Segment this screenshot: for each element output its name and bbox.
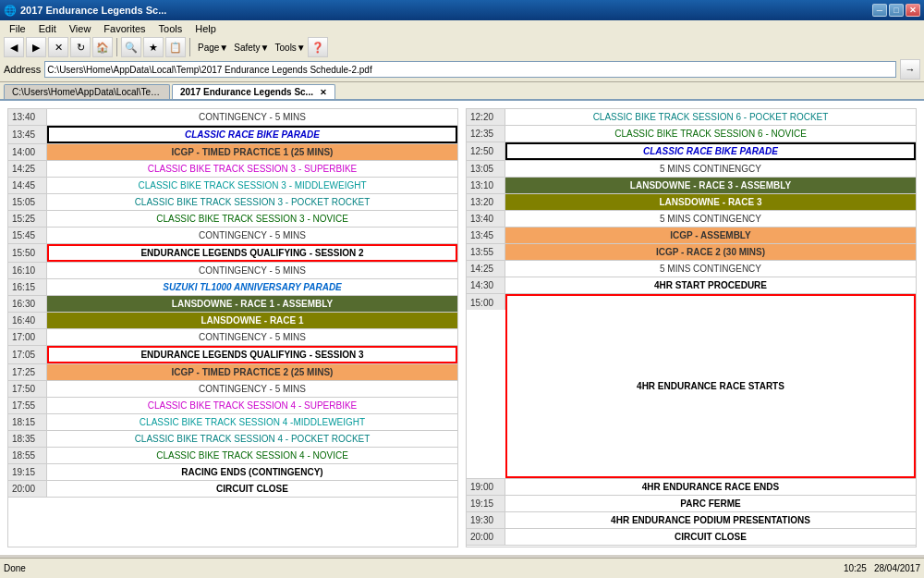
menu-favorites[interactable]: Favorites xyxy=(98,22,151,35)
event-cell: LANSDOWNE - RACE 1 xyxy=(47,313,457,328)
time-cell: 14:30 xyxy=(467,277,505,293)
time-cell: 17:55 xyxy=(8,398,47,413)
menu-file[interactable]: File xyxy=(4,22,31,35)
table-row: 15:45 CONTINGENCY - 5 MINS xyxy=(8,228,457,244)
event-cell: CONTINGENCY - 5 MINS xyxy=(47,228,457,243)
event-cell: ICGP - ASSEMBLY xyxy=(505,228,916,243)
table-row: 14:25 CLASSIC BIKE TRACK SESSION 3 - SUP… xyxy=(8,161,457,178)
table-row: 17:00 CONTINGENCY - 5 MINS xyxy=(8,329,457,346)
home-button[interactable]: 🏠 xyxy=(92,37,113,57)
safety-label: Safety▼ xyxy=(234,43,269,53)
event-cell: CONTINGENCY - 5 MINS xyxy=(47,381,457,397)
tab-1[interactable]: C:\Users\Home\AppData\Local\Temp\2017 En… xyxy=(4,84,170,99)
back-button[interactable]: ◀ xyxy=(4,37,24,57)
event-cell: ICGP - TIMED PRACTICE 1 (25 MINS) xyxy=(47,144,457,160)
table-row: 18:35 CLASSIC BIKE TRACK SESSION 4 - POC… xyxy=(8,431,457,448)
table-row: 13:20 LANSDOWNE - RACE 3 xyxy=(467,194,916,211)
tab-2[interactable]: 2017 Endurance Legends Sc... ✕ xyxy=(172,84,335,99)
event-cell: LANSDOWNE - RACE 3 - ASSEMBLY xyxy=(505,178,916,193)
address-input[interactable] xyxy=(44,61,896,78)
event-cell: CLASSIC RACE BIKE PARADE xyxy=(505,142,916,160)
table-row: 16:30 LANSDOWNE - RACE 1 - ASSEMBLY xyxy=(8,296,457,313)
table-row: 15:00 4HR ENDURANCE RACE STARTS xyxy=(467,294,916,479)
table-row: 12:35 CLASSIC BIKE TRACK SESSION 6 - NOV… xyxy=(467,126,916,142)
table-row: 12:50 CLASSIC RACE BIKE PARADE xyxy=(467,142,916,161)
event-cell: 5 MINS CONTINENGCY xyxy=(505,161,916,177)
search-button[interactable]: 🔍 xyxy=(121,37,141,57)
time-cell: 15:00 xyxy=(467,294,505,310)
table-row: 13:40 CONTINGENCY - 5 MINS xyxy=(8,109,457,126)
time-cell: 13:45 xyxy=(467,228,505,243)
favorites-button[interactable]: ★ xyxy=(143,37,164,57)
time-cell: 13:55 xyxy=(467,244,505,260)
event-cell: ICGP - TIMED PRACTICE 2 (25 MINS) xyxy=(47,364,457,380)
table-row: 18:55 CLASSIC BIKE TRACK SESSION 4 - NOV… xyxy=(8,448,457,464)
refresh-button[interactable]: ↻ xyxy=(70,37,91,57)
time-cell: 16:10 xyxy=(8,263,47,278)
time-cell: 12:20 xyxy=(467,109,505,125)
status-text: Done xyxy=(4,563,26,573)
event-cell: CLASSIC BIKE TRACK SESSION 3 - MIDDLEWEI… xyxy=(47,178,457,193)
tab-1-label: C:\Users\Home\AppData\Local\Temp\2017 En… xyxy=(12,87,170,97)
time-cell: 19:15 xyxy=(8,464,47,480)
time-cell: 12:35 xyxy=(467,126,505,141)
minimize-button[interactable]: ─ xyxy=(872,4,887,17)
close-button[interactable]: ✕ xyxy=(906,4,920,17)
date-display: 28/04/2017 xyxy=(874,563,920,573)
time-cell: 20:00 xyxy=(467,529,505,545)
clock-area: 10:25 28/04/2017 xyxy=(844,558,920,578)
time-cell: 14:45 xyxy=(8,178,47,193)
time-cell: 14:00 xyxy=(8,144,47,160)
separator2 xyxy=(189,38,190,56)
history-button[interactable]: 📋 xyxy=(165,37,186,57)
time-cell: 13:05 xyxy=(467,161,505,177)
event-cell: LANSDOWNE - RACE 1 - ASSEMBLY xyxy=(47,296,457,312)
tab-2-close[interactable]: ✕ xyxy=(320,88,327,97)
menu-bar: File Edit View Favorites Tools Help xyxy=(4,22,920,35)
time-cell: 19:00 xyxy=(467,479,505,495)
go-button[interactable]: → xyxy=(900,59,920,80)
table-row: 15:05 CLASSIC BIKE TRACK SESSION 3 - POC… xyxy=(8,194,457,211)
event-cell: CLASSIC RACE BIKE PARADE xyxy=(47,126,457,143)
time-cell: 19:30 xyxy=(467,512,505,528)
table-row: 14:45 CLASSIC BIKE TRACK SESSION 3 - MID… xyxy=(8,178,457,194)
time-cell: 15:05 xyxy=(8,194,47,210)
time-cell: 17:00 xyxy=(8,329,47,345)
toolbar-row: ◀ ▶ ✕ ↻ 🏠 🔍 ★ 📋 Page▼ Safety▼ Tools▼ ❓ xyxy=(4,37,920,57)
table-row: 13:55 ICGP - RACE 2 (30 MINS) xyxy=(467,244,916,261)
table-row: 13:45 ICGP - ASSEMBLY xyxy=(467,228,916,244)
table-row: 20:00 CIRCUIT CLOSE xyxy=(8,481,457,498)
table-row: 14:25 5 MINS CONTINGENCY xyxy=(467,261,916,277)
app-icon: 🌐 xyxy=(4,5,17,17)
event-cell: CLASSIC BIKE TRACK SESSION 3 - NOVICE xyxy=(47,211,457,227)
event-cell: CLASSIC BIKE TRACK SESSION 4 - POCKET RO… xyxy=(47,431,457,447)
time-cell: 13:40 xyxy=(467,211,505,227)
menu-tools[interactable]: Tools xyxy=(153,22,188,35)
table-row: 19:00 4HR ENDURANCE RACE ENDS xyxy=(467,479,916,496)
time-cell: 13:10 xyxy=(467,178,505,193)
time-cell: 16:15 xyxy=(8,279,47,295)
help-button[interactable]: ❓ xyxy=(308,37,328,57)
menu-view[interactable]: View xyxy=(64,22,97,35)
time-cell: 13:45 xyxy=(8,126,47,143)
event-cell: PARC FERME xyxy=(505,496,916,511)
table-row: 19:15 RACING ENDS (CONTINGENCY) xyxy=(8,464,457,481)
event-cell: SUZUKI TL1000 ANNIVERSARY PARADE xyxy=(47,279,457,295)
time-display: 10:25 xyxy=(844,563,867,573)
event-cell: CONTINGENCY - 5 MINS xyxy=(47,263,457,278)
table-row: 13:10 LANSDOWNE - RACE 3 - ASSEMBLY xyxy=(467,178,916,194)
status-bar: Done 10:25 28/04/2017 xyxy=(0,558,924,578)
menu-help[interactable]: Help xyxy=(189,22,222,35)
maximize-button[interactable]: □ xyxy=(889,4,904,17)
menu-edit[interactable]: Edit xyxy=(33,22,62,35)
table-row: 19:30 4HR ENDURANCE PODIUM PRESENTATIONS xyxy=(467,512,916,529)
table-row: 14:00 ICGP - TIMED PRACTICE 1 (25 MINS) xyxy=(8,144,457,161)
title-bar: 🌐 2017 Endurance Legends Sc... ─ □ ✕ xyxy=(0,0,924,20)
content-area[interactable]: 13:40 CONTINGENCY - 5 MINS 13:45 CLASSIC… xyxy=(0,101,924,555)
page-label: Page▼ xyxy=(198,43,228,53)
table-row: 17:55 CLASSIC BIKE TRACK SESSION 4 - SUP… xyxy=(8,398,457,414)
forward-button[interactable]: ▶ xyxy=(26,37,46,57)
table-row: 13:40 5 MINS CONTINGENCY xyxy=(467,211,916,228)
time-cell: 17:05 xyxy=(8,346,47,363)
stop-button[interactable]: ✕ xyxy=(48,37,68,57)
